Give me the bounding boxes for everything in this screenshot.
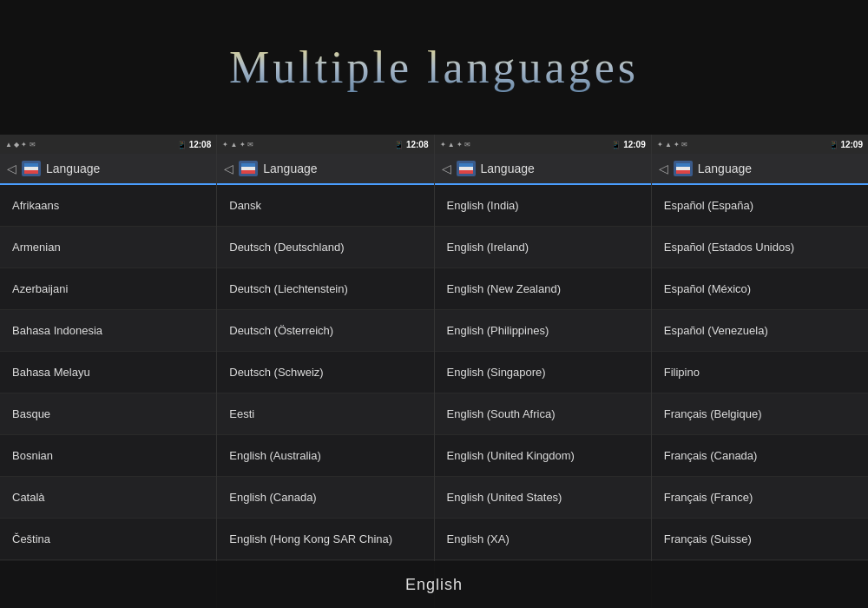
status-left-icons: ✦ ▲ ✦ ✉ bbox=[440, 141, 471, 149]
list-item[interactable]: Deutsch (Deutschland) bbox=[217, 227, 433, 268]
lang-header-title-1: Language bbox=[46, 162, 100, 175]
list-item[interactable]: English (Hong Kong SAR China) bbox=[217, 519, 433, 560]
list-item[interactable]: English (India) bbox=[435, 185, 651, 227]
list-item[interactable]: Español (Estados Unidos) bbox=[652, 227, 868, 268]
list-item[interactable]: Armenian bbox=[0, 227, 216, 268]
lang-header-title-3: Language bbox=[481, 162, 535, 175]
status-bar-1: ▲ ◆ ✦ ✉ 📱 12:08 bbox=[0, 135, 216, 154]
lang-header-title-4: Language bbox=[698, 162, 752, 175]
list-item[interactable]: Bahasa Melayu bbox=[0, 352, 216, 393]
list-item[interactable]: Español (México) bbox=[652, 268, 868, 310]
lang-icon-4 bbox=[674, 161, 693, 176]
list-item[interactable]: Deutsch (Liechtenstein) bbox=[217, 268, 433, 310]
screens-wrapper: ▲ ◆ ✦ ✉ 📱 12:08 ◁ Language AfrikaansArme… bbox=[0, 135, 868, 608]
english-label: English bbox=[405, 576, 463, 594]
lang-header-4: ◁ Language bbox=[652, 154, 868, 185]
lang-list-1: AfrikaansArmenianAzerbaijaniBahasa Indon… bbox=[0, 185, 216, 608]
svg-rect-6 bbox=[459, 163, 473, 167]
lang-header-1: ◁ Language bbox=[0, 154, 216, 185]
svg-rect-0 bbox=[24, 163, 38, 167]
status-bar-2: ✦ ▲ ✦ ✉ 📱 12:08 bbox=[217, 135, 433, 154]
svg-rect-7 bbox=[459, 167, 473, 170]
svg-rect-1 bbox=[24, 167, 38, 170]
list-item[interactable]: English (United States) bbox=[435, 477, 651, 519]
list-item[interactable]: English (Canada) bbox=[217, 477, 433, 519]
list-item[interactable]: Filipino bbox=[652, 352, 868, 393]
lang-icon-3 bbox=[457, 161, 476, 176]
list-item[interactable]: Bosnian bbox=[0, 435, 216, 477]
list-item[interactable]: Eesti bbox=[217, 393, 433, 435]
list-item[interactable]: Čeština bbox=[0, 519, 216, 560]
svg-rect-10 bbox=[676, 167, 690, 170]
phone-screen-4: ✦ ▲ ✦ ✉ 📱 12:09 ◁ Language Español (Espa… bbox=[652, 135, 868, 608]
list-item[interactable]: Deutsch (Österreich) bbox=[217, 310, 433, 352]
list-item[interactable]: English (XA) bbox=[435, 519, 651, 560]
list-item[interactable]: English (Ireland) bbox=[435, 227, 651, 268]
list-item[interactable]: Basque bbox=[0, 393, 216, 435]
list-item[interactable]: Afrikaans bbox=[0, 185, 216, 227]
svg-rect-4 bbox=[241, 167, 255, 170]
bottom-bar: English bbox=[0, 561, 868, 608]
list-item[interactable]: Français (France) bbox=[652, 477, 868, 519]
screens-container: ▲ ◆ ✦ ✉ 📱 12:08 ◁ Language AfrikaansArme… bbox=[0, 135, 868, 608]
header-section: Multiple languages bbox=[0, 0, 868, 135]
phone-screen-2: ✦ ▲ ✦ ✉ 📱 12:08 ◁ Language DanskDeutsch … bbox=[217, 135, 434, 608]
list-item[interactable]: Français (Belgique) bbox=[652, 393, 868, 435]
lang-list-4: Español (España)Español (Estados Unidos)… bbox=[652, 185, 868, 608]
list-item[interactable]: Français (Canada) bbox=[652, 435, 868, 477]
list-item[interactable]: English (South Africa) bbox=[435, 393, 651, 435]
list-item[interactable]: English (New Zealand) bbox=[435, 268, 651, 310]
lang-icon-2 bbox=[239, 161, 258, 176]
svg-rect-3 bbox=[241, 163, 255, 167]
list-item[interactable]: English (Singapore) bbox=[435, 352, 651, 393]
lang-header-title-2: Language bbox=[263, 162, 317, 175]
phone-screen-3: ✦ ▲ ✦ ✉ 📱 12:09 ◁ Language English (Indi… bbox=[435, 135, 652, 608]
list-item[interactable]: Català bbox=[0, 477, 216, 519]
status-time: 📱 12:08 bbox=[177, 140, 211, 149]
lang-header-3: ◁ Language bbox=[435, 154, 651, 185]
lang-header-2: ◁ Language bbox=[217, 154, 433, 185]
svg-rect-11 bbox=[676, 170, 690, 174]
list-item[interactable]: Español (Venezuela) bbox=[652, 310, 868, 352]
svg-rect-2 bbox=[24, 170, 38, 174]
list-item[interactable]: Français (Suisse) bbox=[652, 519, 868, 560]
status-time: 📱 12:08 bbox=[394, 140, 428, 149]
back-arrow-3[interactable]: ◁ bbox=[442, 162, 451, 175]
back-arrow-4[interactable]: ◁ bbox=[659, 162, 668, 175]
back-arrow-2[interactable]: ◁ bbox=[224, 162, 233, 175]
list-item[interactable]: Dansk bbox=[217, 185, 433, 227]
main-title: Multiple languages bbox=[229, 42, 639, 93]
svg-rect-9 bbox=[676, 163, 690, 167]
list-item[interactable]: English (Australia) bbox=[217, 435, 433, 477]
list-item[interactable]: English (Philippines) bbox=[435, 310, 651, 352]
list-item[interactable]: Español (España) bbox=[652, 185, 868, 227]
status-time: 📱 12:09 bbox=[829, 140, 863, 149]
status-left-icons: ✦ ▲ ✦ ✉ bbox=[657, 141, 688, 149]
status-bar-4: ✦ ▲ ✦ ✉ 📱 12:09 bbox=[652, 135, 868, 154]
phone-screen-1: ▲ ◆ ✦ ✉ 📱 12:08 ◁ Language AfrikaansArme… bbox=[0, 135, 217, 608]
list-item[interactable]: Azerbaijani bbox=[0, 268, 216, 310]
list-item[interactable]: Bahasa Indonesia bbox=[0, 310, 216, 352]
lang-icon-1 bbox=[22, 161, 41, 176]
back-arrow-1[interactable]: ◁ bbox=[7, 162, 16, 175]
status-bar-3: ✦ ▲ ✦ ✉ 📱 12:09 bbox=[435, 135, 651, 154]
svg-rect-5 bbox=[241, 170, 255, 174]
lang-list-3: English (India)English (Ireland)English … bbox=[435, 185, 651, 608]
status-time: 📱 12:09 bbox=[611, 140, 645, 149]
list-item[interactable]: Deutsch (Schweiz) bbox=[217, 352, 433, 393]
status-left-icons: ✦ ▲ ✦ ✉ bbox=[222, 141, 253, 149]
list-item[interactable]: English (United Kingdom) bbox=[435, 435, 651, 477]
lang-list-2: DanskDeutsch (Deutschland)Deutsch (Liech… bbox=[217, 185, 433, 608]
status-left-icons: ▲ ◆ ✦ ✉ bbox=[5, 141, 36, 149]
svg-rect-8 bbox=[459, 170, 473, 174]
